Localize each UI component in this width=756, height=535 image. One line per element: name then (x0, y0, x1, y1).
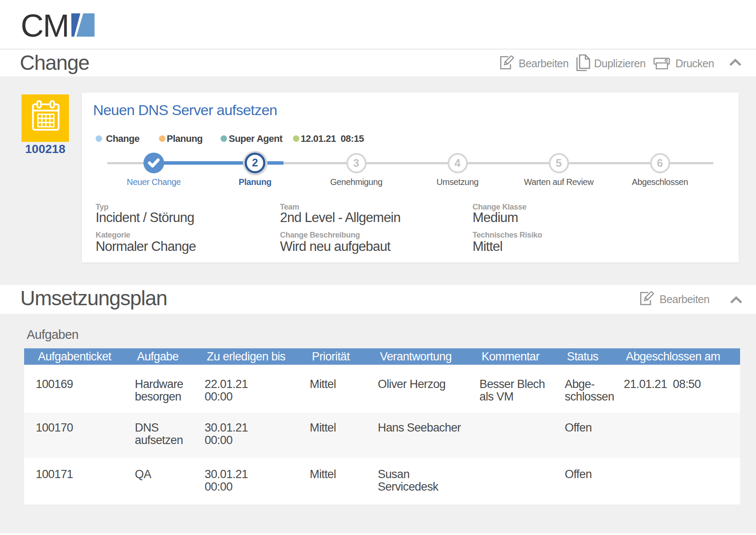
svg-text:CM: CM (21, 13, 68, 38)
